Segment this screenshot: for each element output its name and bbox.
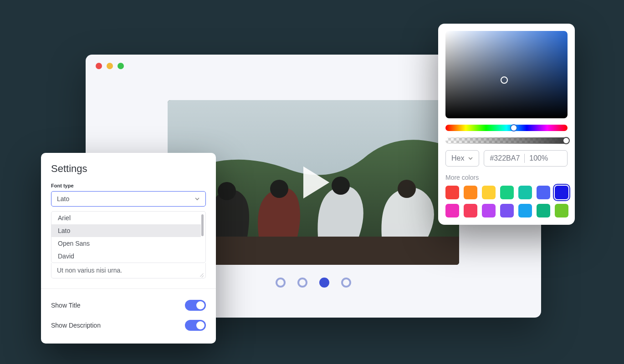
sv-cursor[interactable] [501,76,508,84]
input-separator [524,154,525,163]
hex-value: #322BA7 [490,154,520,162]
alpha-thumb[interactable] [563,137,570,144]
svg-point-5 [398,180,416,198]
color-swatch[interactable] [445,186,459,199]
font-type-dropdown[interactable]: ArielLatoOpen SansDavid [51,211,206,263]
font-option[interactable]: Open Sans [51,237,201,250]
color-swatch[interactable] [445,204,459,217]
color-format-label: Hex [451,154,464,162]
color-swatch[interactable] [482,204,496,217]
play-button[interactable] [288,157,338,207]
settings-panel: Settings Font type Lato ArielLatoOpen Sa… [41,153,216,344]
font-option[interactable]: Lato [51,224,201,237]
font-type-label: Font type [51,183,206,188]
settings-title: Settings [51,163,206,175]
color-swatch[interactable] [555,204,568,217]
chevron-down-icon [194,196,200,202]
font-option[interactable]: Ariel [51,212,201,224]
svg-point-3 [270,180,288,198]
color-swatch[interactable] [537,186,550,199]
description-value: Ut non varius nisi urna. [57,267,122,274]
font-type-selected: Lato [57,195,69,202]
play-icon [288,157,338,207]
toggle-row: Show Title [51,295,206,315]
minimize-window-dot[interactable] [107,63,113,69]
description-textarea[interactable]: Ut non varius nisi urna. [51,263,206,278]
font-type-select[interactable]: Lato [51,191,206,207]
svg-point-2 [218,182,236,200]
color-swatch[interactable] [500,204,514,217]
svg-marker-6 [303,167,329,198]
alpha-slider[interactable] [445,137,568,144]
resize-handle-icon[interactable] [199,272,205,277]
color-swatch[interactable] [555,186,568,199]
hex-input[interactable]: #322BA7 100% [484,150,568,167]
font-option[interactable]: David [51,250,201,263]
color-swatch[interactable] [464,204,477,217]
toggle-switch[interactable] [185,300,206,311]
dropdown-scrollbar[interactable] [201,214,204,236]
more-colors-label: More colors [445,174,568,181]
toggle-switch[interactable] [185,320,206,331]
toggle-label: Show Title [51,302,81,309]
color-swatch[interactable] [518,186,532,199]
pager-dot-2[interactable] [319,278,329,288]
color-format-select[interactable]: Hex [445,150,479,167]
color-swatch[interactable] [464,186,477,199]
color-picker-panel: Hex #322BA7 100% More colors [438,24,575,225]
pager-dot-0[interactable] [276,278,286,288]
color-swatch[interactable] [500,186,514,199]
color-swatches [445,186,568,217]
hue-thumb[interactable] [510,124,517,131]
pager-dot-1[interactable] [297,278,307,288]
saturation-value-area[interactable] [445,31,568,118]
color-swatch[interactable] [537,204,550,217]
pager-dot-3[interactable] [341,278,351,288]
divider [41,288,216,289]
chevron-down-icon [468,156,473,161]
carousel-pagination [276,278,351,288]
maximize-window-dot[interactable] [118,63,124,69]
opacity-value: 100% [529,154,548,162]
color-swatch[interactable] [482,186,496,199]
close-window-dot[interactable] [96,63,102,69]
window-controls [96,63,124,69]
toggle-label: Show Description [51,322,101,329]
toggle-row: Show Description [51,315,206,335]
color-swatch[interactable] [518,204,532,217]
hue-slider[interactable] [445,125,568,131]
